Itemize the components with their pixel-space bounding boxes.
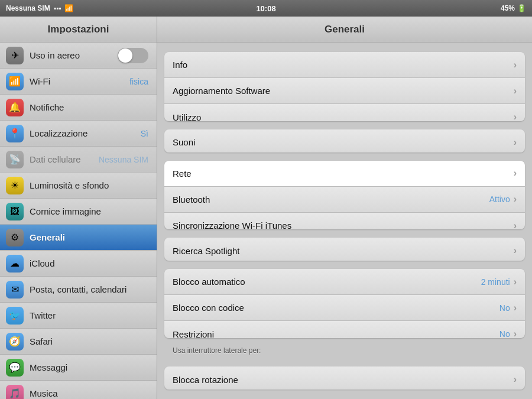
messaggi-icon: 💬 <box>6 359 24 377</box>
musica-icon: 🎵 <box>6 385 24 400</box>
sidebar-item-dati-cellulare[interactable]: 📡Dati cellulareNessuna SIM <box>0 147 157 173</box>
row-value-restrizioni: No <box>499 329 510 338</box>
sidebar-item-safari[interactable]: 🧭Safari <box>0 329 157 355</box>
sidebar: Impostazioni ✈Uso in aereo📶Wi-Fifisica🔔N… <box>0 17 157 399</box>
row-value-blocco-codice: No <box>499 303 510 313</box>
settings-row-restrizioni[interactable]: RestrizioniNo› <box>164 321 525 338</box>
sidebar-label-luminosita: Luminosità e sfondo <box>30 180 151 190</box>
sidebar-item-localizzazione[interactable]: 📍LocalizzazioneSì <box>0 121 157 147</box>
wifi-icon: 📶 <box>6 73 24 90</box>
toggle-uso-in-aereo[interactable] <box>118 48 148 63</box>
right-panel-title: Generali <box>325 24 365 35</box>
right-content: Info›Aggiornamento Software›Utilizzo›Suo… <box>157 43 532 399</box>
settings-group-3: Ricerca Spotlight› <box>164 238 525 261</box>
sidebar-label-posta: Posta, contatti, calendari <box>30 284 151 294</box>
settings-row-blocco-codice[interactable]: Blocco con codiceNo› <box>164 295 525 321</box>
wifi-icon: 📶 <box>64 4 73 12</box>
row-label-blocco-automatico: Blocco automatico <box>173 277 481 287</box>
chevron-icon-blocco-automatico: › <box>514 277 517 287</box>
settings-row-utilizzo[interactable]: Utilizzo› <box>164 104 525 121</box>
generali-icon: ⚙ <box>6 229 24 246</box>
chevron-icon-aggiornamento: › <box>514 86 517 96</box>
row-label-rete: Rete <box>173 168 514 179</box>
twitter-icon: 🐦 <box>6 307 24 325</box>
status-time: 10:08 <box>256 4 275 13</box>
safari-icon: 🧭 <box>6 333 24 351</box>
settings-group-1: Suoni› <box>164 129 525 153</box>
right-panel: Generali Info›Aggiornamento Software›Uti… <box>157 17 532 399</box>
row-value-blocco-automatico: 2 minuti <box>481 277 510 287</box>
carrier-label: Nessuna SIM <box>6 4 50 12</box>
notifiche-icon: 🔔 <box>6 99 24 116</box>
row-label-info: Info <box>173 60 514 70</box>
settings-group-0: Info›Aggiornamento Software›Utilizzo› <box>164 52 525 121</box>
sidebar-item-twitter[interactable]: 🐦Twitter <box>0 303 157 329</box>
icloud-icon: ☁ <box>6 255 24 273</box>
row-label-ricerca-spotlight: Ricerca Spotlight <box>173 246 514 256</box>
sidebar-item-notifiche[interactable]: 🔔Notifiche <box>0 95 157 121</box>
sidebar-label-notifiche: Notifiche <box>30 102 151 112</box>
row-label-suoni: Suoni <box>173 137 514 147</box>
item-value-localizzazione: Sì <box>141 129 148 138</box>
battery-icon: 🔋 <box>517 4 526 12</box>
section-title-5: Usa interruttore laterale per: <box>164 346 525 358</box>
sidebar-header: Impostazioni <box>0 17 157 43</box>
row-label-utilizzo: Utilizzo <box>173 112 514 121</box>
sidebar-item-generali[interactable]: ⚙Generali <box>0 225 157 251</box>
settings-row-rete[interactable]: Rete› <box>164 161 525 187</box>
sidebar-item-musica[interactable]: 🎵Musica <box>0 381 157 399</box>
settings-row-aggiornamento[interactable]: Aggiornamento Software› <box>164 78 525 104</box>
chevron-icon-blocca-rotazione: › <box>514 374 517 385</box>
chevron-icon-suoni: › <box>514 137 517 148</box>
status-left: Nessuna SIM ▪▪▪ 📶 <box>6 4 73 12</box>
dati-cellulare-icon: 📡 <box>6 151 24 168</box>
toggle-knob-uso-in-aereo <box>118 48 132 63</box>
settings-row-info[interactable]: Info› <box>164 52 525 78</box>
uso-in-aereo-icon: ✈ <box>6 47 24 64</box>
settings-group-4: Blocco automatico2 minuti›Blocco con cod… <box>164 269 525 338</box>
sidebar-label-twitter: Twitter <box>30 310 151 320</box>
battery-label: 45% <box>501 4 515 12</box>
sidebar-item-cornice[interactable]: 🖼Cornice immagine <box>0 199 157 225</box>
settings-row-blocco-automatico[interactable]: Blocco automatico2 minuti› <box>164 269 525 295</box>
chevron-icon-utilizzo: › <box>514 112 517 121</box>
sidebar-item-luminosita[interactable]: ☀Luminosità e sfondo <box>0 173 157 199</box>
row-label-bluetooth: Bluetooth <box>173 194 489 205</box>
sidebar-label-dati-cellulare: Dati cellulare <box>30 154 99 164</box>
sidebar-label-generali: Generali <box>30 232 151 242</box>
signal-icon: ▪▪▪ <box>54 4 61 12</box>
sidebar-label-uso-in-aereo: Uso in aereo <box>30 50 118 60</box>
status-right: 45% 🔋 <box>501 4 526 12</box>
chevron-icon-blocco-codice: › <box>514 303 517 313</box>
chevron-icon-ricerca-spotlight: › <box>514 245 517 256</box>
row-value-bluetooth: Attivo <box>489 194 510 204</box>
settings-row-blocca-rotazione[interactable]: Blocca rotazione› <box>164 366 525 390</box>
main-container: Impostazioni ✈Uso in aereo📶Wi-Fifisica🔔N… <box>0 17 532 399</box>
sidebar-item-icloud[interactable]: ☁iCloud <box>0 251 157 277</box>
sidebar-label-localizzazione: Localizzazione <box>30 128 141 138</box>
row-label-aggiornamento: Aggiornamento Software <box>173 86 514 96</box>
sidebar-label-icloud: iCloud <box>30 258 151 268</box>
chevron-icon-rete: › <box>514 168 517 179</box>
sidebar-item-wifi[interactable]: 📶Wi-Fifisica <box>0 69 157 95</box>
row-label-blocca-rotazione: Blocca rotazione <box>173 375 514 385</box>
sidebar-label-cornice: Cornice immagine <box>30 206 151 216</box>
settings-row-ricerca-spotlight[interactable]: Ricerca Spotlight› <box>164 238 525 261</box>
settings-group-2: Rete›BluetoothAttivo›Sincronizzazione Wi… <box>164 161 525 230</box>
sidebar-label-musica: Musica <box>30 388 151 398</box>
settings-row-bluetooth[interactable]: BluetoothAttivo› <box>164 187 525 213</box>
settings-row-sincronizzazione[interactable]: Sincronizzazione Wi-Fi iTunes› <box>164 213 525 230</box>
settings-row-suoni[interactable]: Suoni› <box>164 129 525 153</box>
sidebar-item-uso-in-aereo[interactable]: ✈Uso in aereo <box>0 43 157 69</box>
row-label-sincronizzazione: Sincronizzazione Wi-Fi iTunes <box>173 220 514 229</box>
sidebar-label-messaggi: Messaggi <box>30 362 151 372</box>
sidebar-item-messaggi[interactable]: 💬Messaggi <box>0 355 157 381</box>
chevron-icon-sincronizzazione: › <box>514 220 517 230</box>
chevron-icon-restrizioni: › <box>514 329 517 338</box>
settings-group-5: Blocca rotazione› <box>164 366 525 390</box>
sidebar-item-posta[interactable]: ✉Posta, contatti, calendari <box>0 277 157 303</box>
item-value-dati-cellulare: Nessuna SIM <box>99 155 148 164</box>
posta-icon: ✉ <box>6 281 24 299</box>
chevron-icon-bluetooth: › <box>514 194 517 205</box>
sidebar-label-wifi: Wi-Fi <box>30 76 129 86</box>
